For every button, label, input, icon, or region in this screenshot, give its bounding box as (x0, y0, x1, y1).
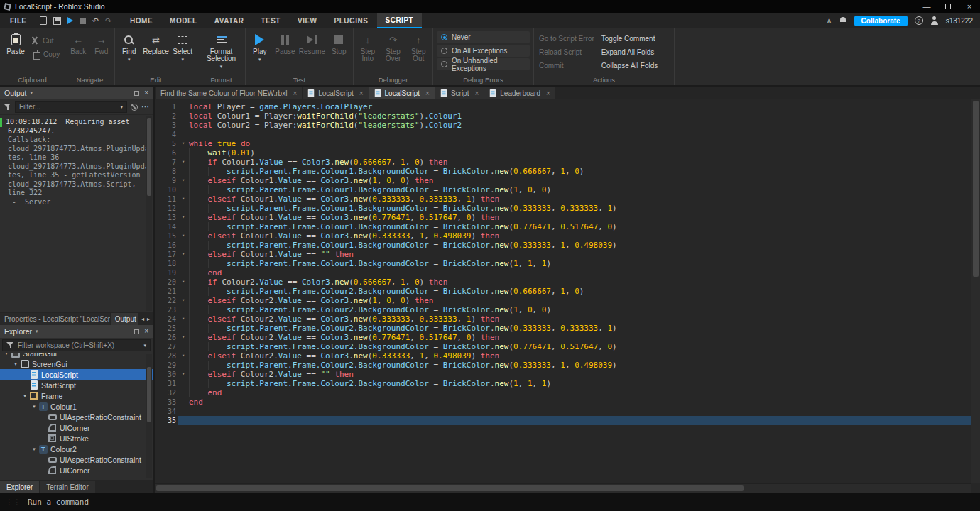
username[interactable]: s131222 (946, 17, 973, 25)
code-line[interactable]: 13▾elseif Colour1.Value == Color3.new(0.… (155, 213, 980, 222)
tab-avatar[interactable]: AVATAR (206, 13, 253, 28)
code-line[interactable]: 26▾elseif Colour2.Value == Color3.new(0.… (155, 333, 980, 342)
tab-script[interactable]: SCRIPT (377, 13, 423, 28)
close-tab-icon[interactable]: × (546, 89, 550, 97)
tab-plugins[interactable]: PLUGINS (326, 13, 377, 28)
code-line[interactable]: 19end (155, 268, 980, 278)
fold-arrow-icon[interactable]: ▾ (178, 278, 189, 287)
tree-item-startergui[interactable]: ▾StarterGui (0, 353, 153, 358)
tree-item-uiaspectratioconstraint[interactable]: UIAspectRatioConstraint (0, 454, 153, 465)
close-tab-icon[interactable]: × (425, 89, 430, 97)
code-line[interactable]: 15▾elseif Colour1.Value == Color3.new(0.… (155, 231, 980, 241)
more-options-icon[interactable] (141, 103, 149, 111)
tab-explorer[interactable]: Explorer (0, 481, 39, 493)
action-item[interactable]: Collapse All Folds (601, 59, 658, 72)
grip-icon[interactable]: ⋮⋮ (6, 498, 21, 506)
close-tab-icon[interactable]: × (293, 89, 297, 97)
tree-item-uiaspectratioconstraint[interactable]: UIAspectRatioConstraint (0, 412, 153, 422)
close-tab-icon[interactable]: × (359, 89, 364, 97)
tab-home[interactable]: HOME (121, 13, 161, 28)
fold-arrow-icon[interactable]: ▾ (178, 250, 189, 259)
notifications-bell-icon[interactable] (839, 16, 847, 25)
code-line[interactable]: 33end (155, 397, 980, 407)
fold-arrow-icon[interactable]: ▾ (178, 139, 189, 148)
scrollbar-thumb[interactable] (973, 101, 979, 277)
minimize-button[interactable]: — (916, 0, 937, 13)
fold-arrow-icon[interactable]: ▾ (178, 158, 189, 167)
user-avatar-icon[interactable] (930, 16, 939, 25)
code-line[interactable]: 12script.Parent.Frame.Colour1.Background… (155, 204, 980, 213)
code-line[interactable]: 3local Colour2 = Player:waitForChild("le… (155, 121, 980, 130)
tree-item-startscript[interactable]: StartScript (0, 380, 153, 390)
tree-item-uicorner[interactable]: UICorner (0, 422, 153, 433)
select-button[interactable]: Select ▾ (171, 31, 195, 61)
code-viewport[interactable]: 1local Player = game.Players.LocalPlayer… (155, 99, 980, 483)
tab-terrain-editor[interactable]: Terrain Editor (40, 481, 94, 493)
play-button[interactable]: Play ▾ (248, 31, 272, 61)
play-icon[interactable] (67, 17, 73, 24)
chevron-down-icon[interactable]: ▾ (12, 361, 19, 367)
filter-icon[interactable] (4, 103, 11, 111)
chevron-down-icon[interactable]: ▾ (36, 329, 38, 334)
code-line[interactable]: 21script.Parent.Frame.Colour2.Background… (155, 287, 980, 296)
doc-tab[interactable]: Find the Same Colour of Floor NEW.rbxl× (156, 87, 302, 99)
doc-tab[interactable]: Script× (435, 87, 484, 99)
code-line[interactable]: 22▾elseif Colour2.Value == Color3.new(1,… (155, 296, 980, 305)
explorer-filter-input[interactable]: Filter workspace (Ctrl+Shift+X) (2, 339, 151, 351)
tree-item-localscript[interactable]: LocalScript (0, 369, 153, 380)
tree-item-uicorner[interactable]: UICorner (0, 465, 153, 476)
radio-icon[interactable] (441, 48, 447, 54)
doc-tab[interactable]: LocalScript× (369, 87, 435, 99)
command-input[interactable]: Run a command (28, 498, 89, 507)
tab-view[interactable]: VIEW (289, 13, 326, 28)
scroll-tabs-right-icon[interactable] (147, 317, 150, 322)
close-panel-icon[interactable] (144, 89, 148, 97)
tab-model[interactable]: MODEL (161, 13, 206, 28)
maximize-button[interactable] (937, 0, 959, 13)
fold-arrow-icon[interactable]: ▾ (178, 213, 189, 222)
action-item[interactable]: Toggle Comment (601, 32, 658, 45)
debug-error-option[interactable]: On Unhandled Exceptions (437, 58, 530, 70)
code-line[interactable]: 8script.Parent.Frame.Colour1.BackgroundC… (155, 167, 980, 176)
code-line[interactable]: 24▾elseif Colour2.Value == Color3.new(0.… (155, 314, 980, 324)
output-filter-dropdown[interactable]: Filter... (15, 101, 127, 113)
fold-arrow-icon[interactable]: ▾ (178, 314, 189, 324)
code-line[interactable]: 17▾elseif Colour1.Value == "" then (155, 250, 980, 259)
code-line[interactable]: 2local Colour1 = Player:waitForChild("le… (155, 111, 980, 121)
tab-properties[interactable]: Properties - LocalScript "LocalScript" (0, 313, 110, 325)
radio-icon[interactable] (441, 61, 447, 67)
code-line[interactable]: 34 (155, 407, 980, 416)
tree-item-screengui[interactable]: ▾ScreenGui (0, 358, 153, 369)
code-line[interactable]: 31script.Parent.Frame.Colour2.Background… (155, 379, 980, 388)
fold-arrow-icon[interactable]: ▾ (178, 333, 189, 342)
code-line[interactable]: 4 (155, 130, 980, 139)
output-log[interactable]: 10:09:18.212 Requiring asset6738245247.C… (0, 115, 153, 312)
chevron-down-icon[interactable]: ▾ (31, 404, 38, 410)
fold-arrow-icon[interactable]: ▾ (178, 231, 189, 241)
fold-arrow-icon[interactable]: ▾ (178, 296, 189, 305)
doc-tab[interactable]: Leaderboard× (484, 87, 555, 99)
fold-arrow-icon[interactable]: ▾ (178, 194, 189, 204)
code-line[interactable]: 9▾elseif Colour1.Value == Color3.new(1, … (155, 176, 980, 185)
chevron-down-icon[interactable]: ▾ (31, 90, 33, 96)
code-line[interactable]: 14script.Parent.Frame.Colour1.Background… (155, 222, 980, 231)
tree-item-uistroke[interactable]: UIStroke (0, 433, 153, 444)
code-line[interactable]: 16script.Parent.Frame.Colour1.Background… (155, 241, 980, 250)
chevron-down-icon[interactable]: ▾ (31, 446, 38, 452)
close-panel-icon[interactable] (144, 328, 148, 335)
float-panel-icon[interactable] (134, 91, 139, 96)
code-line[interactable]: 20▾if Colour2.Value == Color3.new(0.6666… (155, 278, 980, 287)
vertical-scrollbar[interactable] (971, 99, 980, 483)
collapse-ribbon-icon[interactable] (827, 17, 832, 25)
code-line[interactable]: 25script.Parent.Frame.Colour2.Background… (155, 324, 980, 333)
scroll-tabs-left-icon[interactable] (141, 317, 144, 322)
chevron-down-icon[interactable]: ▾ (3, 353, 10, 356)
debug-error-option[interactable]: On All Exceptions (437, 45, 530, 57)
chevron-down-icon[interactable]: ▾ (21, 393, 28, 399)
code-line[interactable]: 5▾while true do (155, 139, 980, 148)
paste-button[interactable]: Paste (2, 31, 29, 55)
clear-output-icon[interactable] (131, 104, 138, 111)
tree-item-colour2[interactable]: ▾Colour2 (0, 444, 153, 454)
code-line[interactable]: 7▾if Colour1.Value == Color3.new(0.66666… (155, 158, 980, 167)
code-line[interactable]: 32end (155, 388, 980, 397)
